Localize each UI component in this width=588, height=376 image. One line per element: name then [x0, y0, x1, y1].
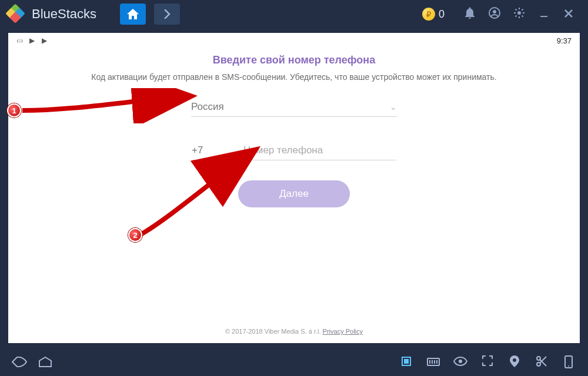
svg-point-1	[493, 10, 496, 14]
sim-icon: ▭	[16, 36, 23, 45]
minimize-button[interactable]	[535, 8, 553, 21]
chevron-right-icon	[163, 9, 171, 19]
phone-input-wrap	[243, 140, 396, 160]
next-button[interactable]: Далее	[238, 180, 350, 207]
annotation-marker-2: 2	[128, 228, 142, 242]
scissors-icon[interactable]	[533, 355, 550, 371]
android-navbar	[0, 350, 588, 376]
country-selector[interactable]: Россия ⌄	[191, 97, 397, 117]
tab-strip	[120, 4, 180, 25]
visibility-icon[interactable]	[452, 355, 469, 371]
back-button[interactable]	[11, 357, 28, 370]
phone-prefix[interactable]: +7	[192, 140, 229, 160]
copyright-text: © 2017-2018 Viber Media S. á r.l.	[225, 328, 323, 335]
annotation-marker-1: 1	[7, 103, 21, 118]
location-icon[interactable]	[506, 355, 523, 371]
home-button[interactable]	[36, 357, 54, 370]
android-statusbar: ▭ ▶ ▶ 9:37	[8, 33, 580, 48]
statusbar-clock: 9:37	[557, 36, 572, 45]
keyboard-icon[interactable]	[425, 355, 442, 371]
svg-rect-3	[540, 16, 547, 17]
footer: © 2017-2018 Viber Media S. á r.l. Privac…	[8, 322, 580, 343]
play-icon-1: ▶	[29, 36, 35, 45]
tab-next[interactable]	[154, 4, 180, 25]
notifications-icon[interactable]	[461, 7, 479, 22]
close-button[interactable]	[560, 8, 577, 21]
page-title: Введите свой номер телефона	[213, 54, 375, 66]
device-icon[interactable]	[560, 355, 577, 371]
svg-point-6	[459, 360, 462, 363]
coin-count: 0	[439, 8, 445, 21]
statusbar-left: ▭ ▶ ▶	[16, 36, 52, 45]
tab-home[interactable]	[120, 4, 146, 25]
coin-icon[interactable]: ₽	[422, 8, 435, 21]
brand-name: BlueStacks	[32, 6, 96, 22]
app-content-area: ▭ ▶ ▶ 9:37 Введите свой номер телефона К…	[8, 33, 580, 343]
page-description: Код активации будет отправлен в SMS-сооб…	[91, 72, 496, 82]
svg-point-2	[517, 11, 521, 15]
privacy-link[interactable]: Privacy Policy	[323, 328, 363, 335]
svg-point-10	[568, 365, 569, 367]
window-icon[interactable]	[397, 355, 415, 371]
play-icon-2: ▶	[42, 36, 47, 45]
svg-rect-5	[404, 359, 409, 364]
bluestacks-logo	[7, 5, 25, 23]
fullscreen-icon[interactable]	[479, 355, 496, 371]
phone-input[interactable]	[243, 145, 396, 156]
phone-row: +7	[192, 140, 396, 160]
viber-signup-form: Введите свой номер телефона Код активаци…	[8, 48, 580, 322]
settings-icon[interactable]	[510, 7, 528, 22]
home-icon	[127, 9, 139, 19]
chevron-down-icon: ⌄	[390, 102, 397, 112]
titlebar: BlueStacks ₽ 0	[0, 0, 588, 28]
country-selected-value: Россия	[191, 101, 224, 113]
account-icon[interactable]	[486, 7, 503, 22]
